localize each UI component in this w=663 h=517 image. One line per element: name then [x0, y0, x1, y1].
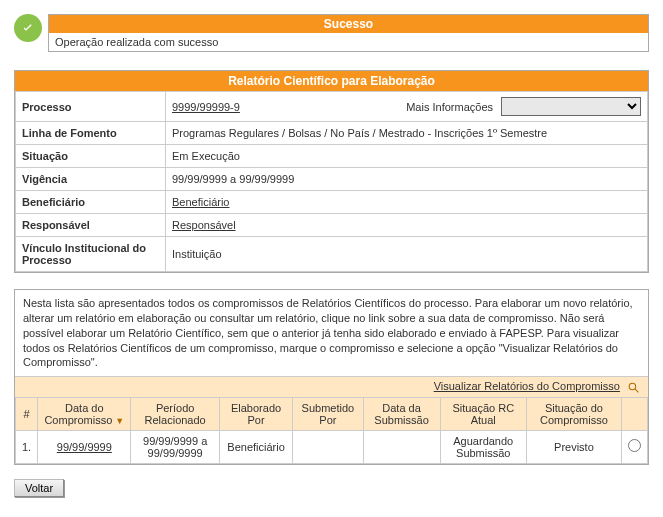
col-num[interactable]: # — [16, 397, 38, 430]
mais-info-select[interactable] — [501, 97, 641, 116]
success-title: Sucesso — [49, 15, 648, 33]
cell-num: 1. — [16, 430, 38, 463]
vigencia-value: 99/99/9999 a 99/99/9999 — [166, 168, 648, 191]
report-panel-title: Relatório Científico para Elaboração — [15, 71, 648, 91]
cell-data-compromisso-link[interactable]: 99/99/9999 — [57, 441, 112, 453]
table-row: 1. 99/99/9999 99/99/9999 a 99/99/9999 Be… — [16, 430, 648, 463]
col-situacao-rc[interactable]: Situação RC Atual — [440, 397, 526, 430]
cell-situacao-rc: Aguardando Submissão — [440, 430, 526, 463]
col-data-submissao[interactable]: Data da Submissão — [363, 397, 440, 430]
row-select-radio[interactable] — [628, 439, 641, 452]
report-panel: Relatório Científico para Elaboração Pro… — [14, 70, 649, 273]
sort-desc-icon: ▼ — [115, 416, 124, 426]
cell-periodo: 99/99/9999 a 99/99/9999 — [131, 430, 219, 463]
success-check-icon — [14, 14, 42, 42]
responsavel-label: Responsável — [16, 214, 166, 237]
visualize-reports-link[interactable]: Visualizar Relatórios do Compromisso — [434, 380, 620, 392]
cell-data-submissao — [363, 430, 440, 463]
commitments-description: Nesta lista são apresentados todos os co… — [15, 290, 648, 376]
linha-label: Linha de Fomento — [16, 122, 166, 145]
magnifier-icon[interactable] — [627, 381, 640, 394]
situacao-label: Situação — [16, 145, 166, 168]
responsavel-link[interactable]: Responsável — [172, 219, 236, 231]
success-message: Operação realizada com sucesso — [49, 33, 648, 51]
commitments-panel: Nesta lista são apresentados todos os co… — [14, 289, 649, 465]
cell-elaborado: Beneficiário — [219, 430, 292, 463]
col-submetido[interactable]: Submetido Por — [293, 397, 363, 430]
commitments-table: # Data do Compromisso ▼ Período Relacion… — [15, 397, 648, 464]
svg-point-0 — [629, 383, 636, 390]
vinculo-label: Vínculo Institucional do Processo — [16, 237, 166, 272]
linha-value: Programas Regulares / Bolsas / No País /… — [166, 122, 648, 145]
col-select — [621, 397, 647, 430]
situacao-value: Em Execução — [166, 145, 648, 168]
cell-submetido — [293, 430, 363, 463]
svg-line-1 — [635, 389, 638, 392]
processo-link[interactable]: 9999/99999-9 — [172, 101, 398, 113]
vigencia-label: Vigência — [16, 168, 166, 191]
col-elaborado[interactable]: Elaborado Por — [219, 397, 292, 430]
col-periodo[interactable]: Período Relacionado — [131, 397, 219, 430]
processo-label: Processo — [16, 92, 166, 122]
vinculo-value: Instituição — [166, 237, 648, 272]
voltar-button[interactable]: Voltar — [14, 479, 64, 497]
success-banner: Sucesso Operação realizada com sucesso — [14, 14, 649, 52]
col-situacao-comp[interactable]: Situação do Compromisso — [526, 397, 621, 430]
cell-situacao-comp: Previsto — [526, 430, 621, 463]
beneficiario-link[interactable]: Beneficiário — [172, 196, 229, 208]
beneficiario-label: Beneficiário — [16, 191, 166, 214]
mais-info-label: Mais Informações — [406, 101, 493, 113]
col-data-compromisso[interactable]: Data do Compromisso ▼ — [38, 397, 131, 430]
